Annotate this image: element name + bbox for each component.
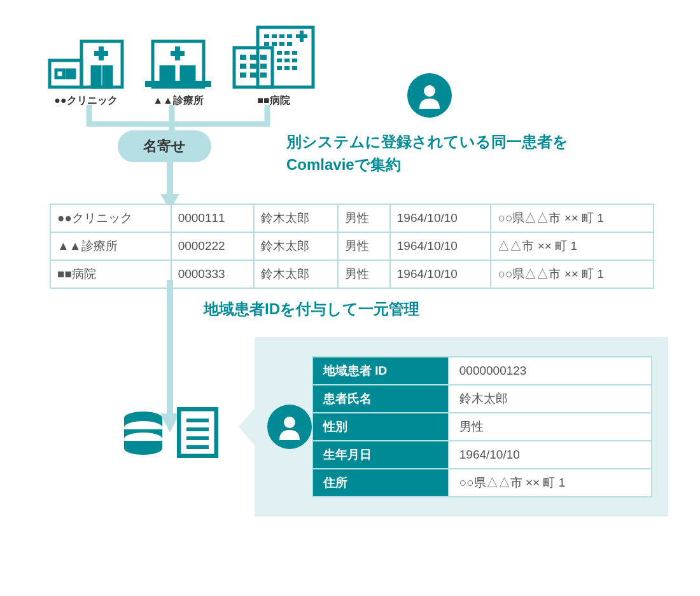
cell-address: ○○県△△市 ×× 町 1 — [491, 204, 654, 232]
svg-rect-4 — [92, 67, 100, 87]
svg-rect-33 — [240, 55, 246, 60]
svg-rect-18 — [279, 34, 284, 38]
arrow-down-icon — [160, 162, 179, 210]
svg-rect-20 — [264, 42, 269, 46]
svg-rect-24 — [277, 51, 282, 55]
cell-sex: 男性 — [338, 232, 389, 260]
svg-rect-2 — [56, 70, 64, 78]
result-table: 地域患者 ID0000000123 患者氏名鈴木太郎 性別男性 生年月日1964… — [312, 356, 652, 497]
svg-rect-34 — [250, 55, 256, 60]
svg-rect-19 — [287, 34, 292, 38]
table-row: 生年月日1964/10/10 — [312, 441, 652, 469]
caption-unified: 地域患者IDを付与して一元管理 — [204, 299, 419, 319]
svg-rect-38 — [260, 64, 267, 69]
cell-name: 鈴木太郎 — [254, 204, 339, 232]
svg-rect-40 — [250, 73, 256, 78]
svg-rect-22 — [279, 42, 284, 46]
table-row: ▲▲診療所0000222鈴木太郎男性1964/10/10△△市 ×× 町 1 — [50, 232, 654, 260]
facility-row: ●●クリニック ▲▲診療所 — [48, 25, 315, 107]
clinic-icon — [48, 35, 124, 89]
svg-rect-54 — [186, 427, 209, 431]
person-icon — [267, 405, 312, 449]
svg-rect-36 — [240, 64, 246, 69]
cell-facility: ▲▲診療所 — [50, 232, 171, 260]
cell-address: ○○県△△市 ×× 町 1 — [491, 260, 654, 288]
svg-rect-29 — [292, 59, 297, 62]
svg-rect-55 — [186, 436, 209, 440]
result-value: 0000000123 — [449, 357, 652, 385]
cell-name: 鈴木太郎 — [254, 232, 339, 260]
svg-rect-43 — [296, 34, 307, 38]
result-label: 住所 — [312, 469, 449, 497]
result-label: 地域患者 ID — [312, 357, 449, 385]
svg-rect-17 — [272, 34, 277, 38]
svg-rect-27 — [277, 59, 282, 62]
cell-address: △△市 ×× 町 1 — [491, 232, 654, 260]
svg-rect-56 — [186, 445, 209, 449]
svg-rect-26 — [292, 51, 297, 55]
svg-rect-16 — [264, 34, 269, 38]
facility-clinic: ●●クリニック — [48, 35, 124, 107]
svg-rect-9 — [145, 81, 211, 87]
cell-facility: ■■病院 — [50, 260, 171, 288]
db-area — [121, 407, 218, 458]
cell-id: 0000111 — [171, 204, 254, 232]
svg-rect-35 — [260, 55, 267, 60]
table-row: 性別男性 — [312, 413, 652, 441]
cell-name: 鈴木太郎 — [254, 260, 339, 288]
facility-clinic-office: ▲▲診療所 — [143, 35, 213, 107]
cell-dob: 1964/10/10 — [390, 260, 491, 288]
svg-rect-5 — [104, 67, 111, 87]
result-value: 1964/10/10 — [449, 441, 652, 469]
result-value: ○○県△△市 ×× 町 1 — [449, 469, 652, 497]
svg-rect-7 — [94, 51, 108, 56]
svg-point-57 — [284, 417, 295, 428]
svg-rect-39 — [240, 73, 246, 78]
table-row: ■■病院0000333鈴木太郎男性1964/10/10○○県△△市 ×× 町 1 — [50, 260, 654, 288]
svg-rect-10 — [161, 67, 174, 86]
result-value: 鈴木太郎 — [449, 385, 652, 413]
svg-rect-11 — [181, 67, 194, 86]
result-value: 男性 — [449, 413, 652, 441]
result-panel: 地域患者 ID0000000123 患者氏名鈴木太郎 性別男性 生年月日1964… — [255, 337, 668, 516]
svg-rect-30 — [277, 66, 282, 70]
cell-id: 0000222 — [171, 232, 254, 260]
consolidation-badge: 名寄せ — [118, 130, 211, 162]
svg-rect-23 — [287, 42, 292, 46]
svg-rect-13 — [171, 51, 185, 56]
result-label: 性別 — [312, 413, 449, 441]
table-row: ●●クリニック0000111鈴木太郎男性1964/10/10○○県△△市 ×× … — [50, 204, 654, 232]
svg-rect-3 — [67, 70, 74, 78]
person-icon — [407, 73, 452, 118]
hospital-icon — [232, 25, 315, 89]
svg-rect-41 — [260, 73, 267, 78]
table-row: 地域患者 ID0000000123 — [312, 357, 652, 385]
office-icon — [143, 35, 213, 89]
svg-rect-28 — [284, 59, 290, 62]
user-icon — [416, 82, 443, 109]
svg-rect-21 — [272, 42, 277, 46]
cell-dob: 1964/10/10 — [390, 232, 491, 260]
facility-hospital: ■■病院 — [232, 25, 315, 107]
svg-rect-32 — [292, 66, 297, 70]
cell-facility: ●●クリニック — [50, 204, 171, 232]
headline: 別システムに登録されている同一患者を Comlavieで集約 — [286, 130, 568, 176]
cell-dob: 1964/10/10 — [390, 204, 491, 232]
cell-sex: 男性 — [338, 260, 389, 288]
user-icon — [276, 413, 303, 440]
table-row: 住所○○県△△市 ×× 町 1 — [312, 469, 652, 497]
svg-rect-31 — [284, 66, 290, 70]
cell-sex: 男性 — [338, 204, 389, 232]
svg-rect-45 — [167, 162, 173, 197]
svg-point-44 — [424, 85, 435, 97]
cell-id: 0000333 — [171, 260, 254, 288]
result-label: 患者氏名 — [312, 385, 449, 413]
callout-triangle — [239, 405, 258, 449]
svg-rect-53 — [186, 419, 209, 422]
svg-rect-25 — [284, 51, 290, 55]
table-row: 患者氏名鈴木太郎 — [312, 385, 652, 413]
svg-rect-47 — [167, 280, 173, 417]
result-label: 生年月日 — [312, 441, 449, 469]
database-icon — [121, 410, 165, 455]
document-icon — [177, 407, 218, 458]
